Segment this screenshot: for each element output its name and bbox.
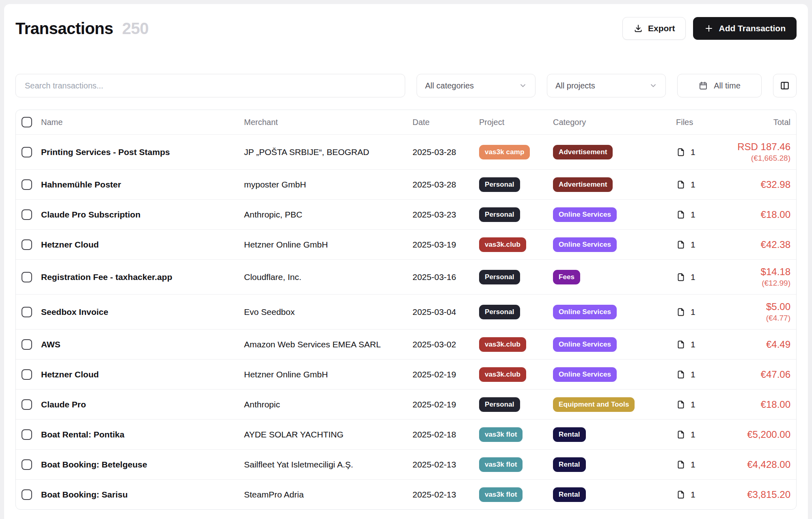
files-cell: 1 — [676, 210, 725, 220]
row-checkbox[interactable] — [22, 147, 32, 157]
transaction-merchant: Anthropic — [244, 400, 412, 409]
transaction-total: €4,428.00 — [725, 459, 790, 471]
files-cell: 1 — [676, 370, 725, 379]
table-row[interactable]: Printing Services - Post Stamps JP „POŠT… — [16, 134, 796, 169]
column-header-files[interactable]: Files — [676, 118, 725, 127]
files-cell: 1 — [676, 307, 725, 317]
table-row[interactable]: Boat Booking: Betelgeuse Sailfleet Yat I… — [16, 449, 796, 479]
transaction-total: €5,200.00 — [725, 429, 790, 441]
table-row[interactable]: Hetzner Cloud Hetzner Online GmbH 2025-0… — [16, 229, 796, 259]
column-settings-button[interactable] — [773, 74, 797, 97]
transaction-total: RSD 187.46 — [725, 141, 790, 153]
row-checkbox[interactable] — [22, 272, 32, 282]
column-header-category[interactable]: Category — [553, 118, 676, 127]
transaction-merchant: Hetzner Online GmbH — [244, 240, 412, 250]
row-checkbox[interactable] — [22, 369, 32, 380]
table-row[interactable]: Hahnemühle Poster myposter GmbH 2025-03-… — [16, 169, 796, 199]
page-header: Transactions 250 Export Add Transaction — [15, 17, 797, 40]
table-row[interactable]: Registration Fee - taxhacker.app Cloudfl… — [16, 259, 796, 294]
transaction-date: 2025-03-02 — [412, 340, 479, 349]
file-count: 1 — [691, 340, 695, 349]
file-count: 1 — [691, 370, 695, 379]
file-icon — [676, 490, 686, 500]
categories-filter[interactable]: All categories — [417, 74, 536, 97]
transaction-date: 2025-03-28 — [412, 180, 479, 190]
column-header-project[interactable]: Project — [479, 118, 553, 127]
row-checkbox[interactable] — [22, 399, 32, 410]
files-cell: 1 — [676, 460, 725, 469]
transaction-name: Hetzner Cloud — [41, 370, 244, 379]
transaction-merchant: Sailfleet Yat Isletmeciligi A.Ş. — [244, 460, 412, 469]
projects-filter[interactable]: All projects — [547, 74, 666, 97]
files-cell: 1 — [676, 490, 725, 500]
transaction-merchant: Anthropic, PBC — [244, 210, 412, 220]
date-range-filter[interactable]: All time — [677, 74, 762, 97]
chevron-down-icon — [519, 82, 527, 90]
row-checkbox[interactable] — [22, 489, 32, 500]
transactions-table: Name Merchant Date Project Category File… — [15, 110, 797, 510]
category-badge: Online Services — [553, 337, 617, 352]
transaction-total: €18.00 — [725, 398, 790, 411]
table-row[interactable]: Boat Rental: Pontika AYDE SOLAR YACHTING… — [16, 419, 796, 449]
chevron-down-icon — [649, 82, 657, 90]
transaction-total: €4.49 — [725, 338, 790, 351]
files-cell: 1 — [676, 180, 725, 190]
file-count: 1 — [691, 400, 695, 409]
table-row[interactable]: Boat Booking: Sarisu SteamPro Adria 2025… — [16, 479, 796, 509]
project-badge: vas3k flot — [479, 487, 523, 502]
table-row[interactable]: Claude Pro Anthropic 2025-02-19 Personal… — [16, 389, 796, 419]
row-checkbox[interactable] — [22, 179, 32, 190]
project-badge: Personal — [479, 207, 520, 222]
row-checkbox[interactable] — [22, 459, 32, 470]
transaction-merchant: SteamPro Adria — [244, 490, 412, 500]
transaction-name: Seedbox Invoice — [41, 307, 244, 317]
transaction-name: Hetzner Cloud — [41, 240, 244, 250]
add-transaction-button[interactable]: Add Transaction — [693, 17, 797, 40]
table-row[interactable]: Seedbox Invoice Evo Seedbox 2025-03-04 P… — [16, 294, 796, 329]
row-checkbox[interactable] — [22, 307, 32, 317]
transaction-date: 2025-02-18 — [412, 430, 479, 439]
table-row[interactable]: AWS Amazon Web Services EMEA SARL 2025-0… — [16, 329, 796, 359]
transaction-date: 2025-03-16 — [412, 272, 479, 282]
file-icon — [676, 180, 686, 190]
file-icon — [676, 147, 686, 157]
transaction-total-converted: (€4.77) — [725, 313, 790, 323]
page-title: Transactions — [15, 19, 113, 38]
file-count: 1 — [691, 490, 695, 500]
row-checkbox[interactable] — [22, 339, 32, 350]
transaction-total: $5.00 — [725, 301, 790, 313]
file-count: 1 — [691, 460, 695, 469]
transaction-total: €3,815.20 — [725, 489, 790, 501]
column-header-date[interactable]: Date — [412, 118, 479, 127]
transaction-total: €47.06 — [725, 368, 790, 381]
table-row[interactable]: Claude Pro Subscription Anthropic, PBC 2… — [16, 199, 796, 229]
file-icon — [676, 430, 686, 439]
file-icon — [676, 460, 686, 469]
column-header-total[interactable]: Total — [725, 118, 796, 127]
files-cell: 1 — [676, 240, 725, 250]
transaction-count: 250 — [122, 19, 149, 38]
project-badge: vas3k.club — [479, 337, 526, 352]
search-input[interactable] — [25, 81, 396, 90]
project-badge: vas3k.club — [479, 367, 526, 382]
project-badge: Personal — [479, 177, 520, 192]
table-row[interactable]: Hetzner Cloud Hetzner Online GmbH 2025-0… — [16, 359, 796, 389]
column-header-merchant[interactable]: Merchant — [244, 118, 412, 127]
category-badge: Online Services — [553, 367, 617, 382]
transaction-name: Hahnemühle Poster — [41, 180, 244, 190]
transaction-total: $14.18 — [725, 266, 790, 278]
transaction-name: Claude Pro — [41, 400, 244, 409]
column-header-name[interactable]: Name — [41, 118, 244, 127]
row-checkbox[interactable] — [22, 209, 32, 220]
file-icon — [676, 307, 686, 317]
transaction-name: Boat Booking: Sarisu — [41, 490, 244, 500]
file-count: 1 — [691, 430, 695, 439]
row-checkbox[interactable] — [22, 239, 32, 250]
select-all-checkbox[interactable] — [22, 117, 32, 127]
category-badge: Online Services — [553, 207, 617, 222]
file-count: 1 — [691, 240, 695, 250]
row-checkbox[interactable] — [22, 429, 32, 440]
export-button[interactable]: Export — [622, 17, 686, 40]
transaction-name: Printing Services - Post Stamps — [41, 147, 244, 157]
projects-filter-value: All projects — [555, 81, 595, 90]
